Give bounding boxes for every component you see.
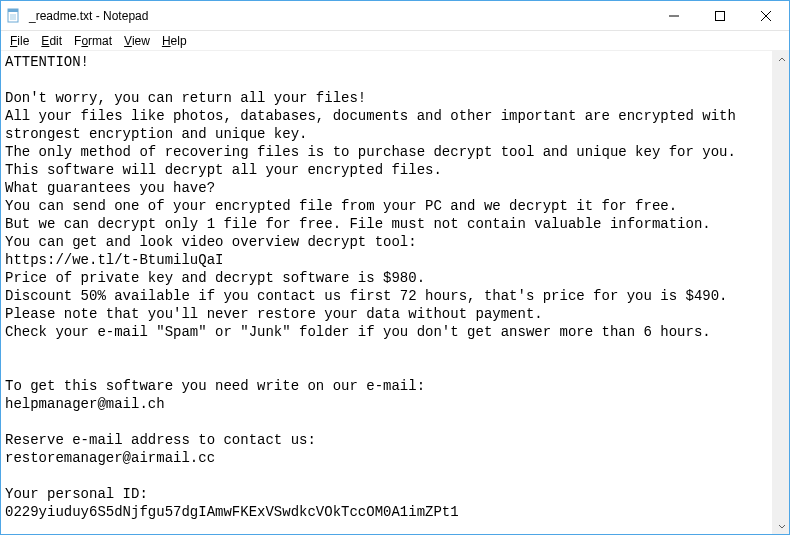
notepad-icon xyxy=(1,1,27,31)
menu-view[interactable]: View xyxy=(119,33,155,49)
scroll-track[interactable] xyxy=(773,68,789,517)
window-title: _readme.txt - Notepad xyxy=(27,9,651,23)
text-editor[interactable]: ATTENTION! Don't worry, you can return a… xyxy=(1,51,772,534)
content-area: ATTENTION! Don't worry, you can return a… xyxy=(1,51,789,534)
close-button[interactable] xyxy=(743,1,789,31)
menu-edit[interactable]: Edit xyxy=(36,33,67,49)
scroll-down-button[interactable] xyxy=(773,517,790,534)
minimize-button[interactable] xyxy=(651,1,697,31)
maximize-icon xyxy=(715,11,725,21)
menubar: File Edit Format View Help xyxy=(1,31,789,51)
minimize-icon xyxy=(669,11,679,21)
chevron-down-icon xyxy=(778,522,786,530)
menu-format[interactable]: Format xyxy=(69,33,117,49)
notepad-window: _readme.txt - Notepad File Edit Format V… xyxy=(0,0,790,535)
maximize-button[interactable] xyxy=(697,1,743,31)
titlebar[interactable]: _readme.txt - Notepad xyxy=(1,1,789,31)
window-controls xyxy=(651,1,789,31)
menu-help[interactable]: Help xyxy=(157,33,192,49)
menu-file[interactable]: File xyxy=(5,33,34,49)
svg-rect-6 xyxy=(716,11,725,20)
chevron-up-icon xyxy=(778,56,786,64)
vertical-scrollbar[interactable] xyxy=(772,51,789,534)
svg-rect-1 xyxy=(8,9,18,12)
scroll-up-button[interactable] xyxy=(773,51,790,68)
close-icon xyxy=(761,11,771,21)
